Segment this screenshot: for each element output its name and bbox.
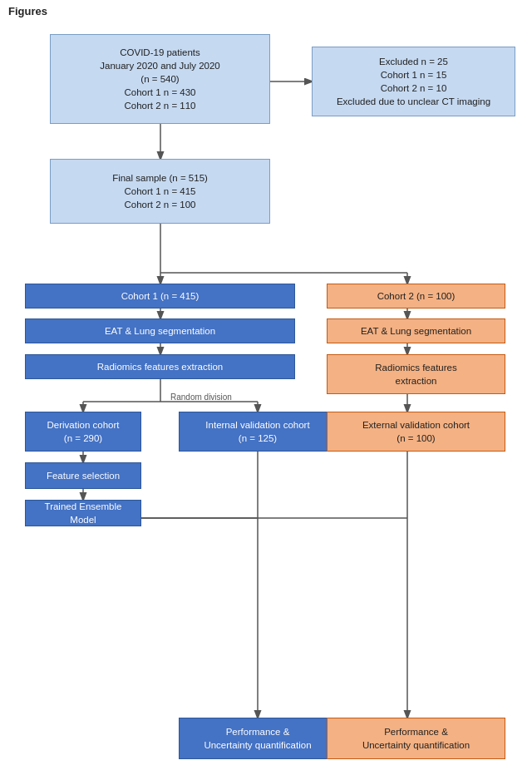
eat-lung-2-text: EAT & Lung segmentation — [361, 324, 471, 338]
cohort1-box: Cohort 1 (n = 415) — [25, 284, 295, 309]
eat-lung-2-box: EAT & Lung segmentation — [327, 318, 505, 343]
trained-model-text: Trained Ensemble Model — [31, 500, 135, 526]
final-sample-box: Final sample (n = 515) Cohort 1 n = 415 … — [50, 159, 270, 224]
radiomics-2-box: Radiomics features extraction — [327, 354, 505, 394]
external-val-box: External validation cohort (n = 100) — [327, 412, 505, 452]
covid-patients-text: COVID-19 patients January 2020 and July … — [100, 46, 220, 112]
internal-val-text: Internal validation cohort (n = 125) — [205, 418, 309, 445]
performance-ext-text: Performance & Uncertainty quantification — [362, 725, 470, 752]
covid-patients-box: COVID-19 patients January 2020 and July … — [50, 34, 270, 124]
eat-lung-1-box: EAT & Lung segmentation — [25, 318, 295, 343]
radiomics-1-text: Radiomics features extraction — [97, 360, 223, 373]
external-val-text: External validation cohort (n = 100) — [362, 418, 470, 445]
radiomics-2-text: Radiomics features extraction — [375, 361, 456, 388]
excluded-text: Excluded n = 25 Cohort 1 n = 15 Cohort 2… — [337, 55, 490, 108]
performance-int-text: Performance & Uncertainty quantification — [204, 725, 311, 752]
final-sample-text: Final sample (n = 515) Cohort 1 n = 415 … — [112, 171, 208, 211]
radiomics-1-box: Radiomics features extraction — [25, 354, 295, 379]
excluded-box: Excluded n = 25 Cohort 1 n = 15 Cohort 2… — [312, 47, 515, 116]
random-division-label: Random division — [170, 392, 232, 402]
diagram-container: COVID-19 patients January 2020 and July … — [0, 19, 532, 763]
eat-lung-1-text: EAT & Lung segmentation — [105, 324, 215, 338]
feature-sel-text: Feature selection — [47, 469, 120, 482]
cohort2-box: Cohort 2 (n = 100) — [327, 284, 505, 309]
trained-model-box: Trained Ensemble Model — [25, 500, 141, 526]
derivation-text: Derivation cohort (n = 290) — [47, 418, 120, 445]
performance-ext-box: Performance & Uncertainty quantification — [327, 718, 505, 759]
cohort2-text: Cohort 2 (n = 100) — [377, 289, 456, 303]
page-title: Figures — [0, 0, 532, 19]
cohort1-text: Cohort 1 (n = 415) — [121, 289, 200, 303]
internal-val-box: Internal validation cohort (n = 125) — [179, 412, 337, 452]
derivation-box: Derivation cohort (n = 290) — [25, 412, 141, 452]
feature-sel-box: Feature selection — [25, 462, 141, 489]
performance-int-box: Performance & Uncertainty quantification — [179, 718, 337, 759]
